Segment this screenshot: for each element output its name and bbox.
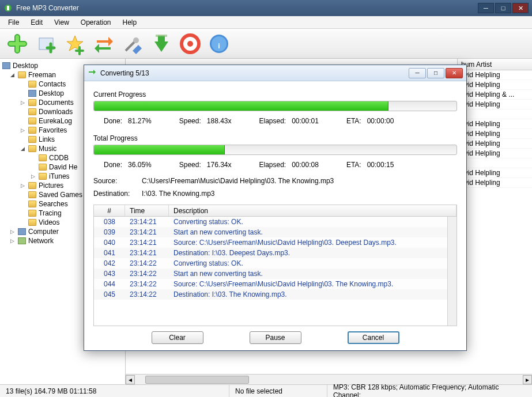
total-progress-label: Total Progress [93,134,457,142]
log-col-num[interactable]: # [94,205,125,216]
folder-icon [28,118,36,124]
app-icon [3,3,13,13]
horizontal-scrollbar[interactable]: ◂ ▸ [126,374,532,384]
scroll-right-icon[interactable]: ▸ [523,375,532,384]
svg-rect-1 [7,6,9,10]
folder-icon [28,108,36,115]
list-item[interactable]: avid Helpling & ... [457,90,532,100]
list-item[interactable]: avid Helpling [457,168,532,178]
convert-button[interactable] [91,31,116,56]
dialog-titlebar[interactable]: Converting 5/13 ─ □ ✕ [84,65,466,81]
folder-icon [28,201,36,207]
collapse-icon[interactable]: ◢ [10,72,16,78]
close-button[interactable]: ✕ [512,3,529,13]
computer-icon [18,228,26,235]
list-item[interactable]: avid Helpling [457,178,532,188]
convert-icon [88,69,97,78]
status-files: 13 file(s) 164.79 MB 01:11:58 [0,385,229,397]
log-row[interactable]: 03923:14:21Start an new converting task. [94,227,447,237]
collapse-icon[interactable]: ◢ [21,146,26,152]
expand-icon[interactable]: ▷ [10,229,16,235]
status-format: MP3: CBR 128 kbps; Automatic Frequency; … [327,385,532,397]
expand-icon[interactable]: ▷ [21,127,26,133]
network-icon [18,237,26,244]
clear-button[interactable]: Clear [152,331,203,344]
folder-icon [39,164,47,171]
converting-dialog: Converting 5/13 ─ □ ✕ Current Progress D… [84,65,467,351]
add-folder-button[interactable] [33,31,59,56]
maximize-button[interactable]: □ [495,3,511,13]
dialog-title: Converting 5/13 [100,69,409,77]
pause-button[interactable]: Pause [250,331,301,344]
scroll-thumb[interactable] [145,376,249,384]
desktop-icon [2,62,10,69]
list-body: avid Helpling avid Helpling avid Helplin… [457,70,532,188]
svg-text:i: i [218,42,220,50]
dialog-minimize-button[interactable]: ─ [409,68,426,78]
list-item[interactable] [457,109,532,119]
folder-icon [28,210,36,217]
total-stats: Done:36.05% Speed:176.34x Elapsed:00:00:… [93,160,457,175]
log-row[interactable]: 04223:14:22Converting status: OK. [94,258,447,269]
svg-rect-5 [156,35,167,37]
titlebar: Free MP3 Converter ─ □ ✕ [0,0,532,16]
log-body[interactable]: 03823:14:21Converting status: OK.03923:1… [94,217,447,326]
log-row[interactable]: 04123:14:21Destination: I:\03. Deepest D… [94,248,447,258]
log-row[interactable]: 03823:14:21Converting status: OK. [94,217,447,227]
current-progress-bar [93,101,457,111]
list-item[interactable]: avid Helpling [457,119,532,129]
file-menu[interactable]: File [3,17,24,28]
log-row[interactable]: 04323:14:22Start an new converting task. [94,269,447,279]
column-header[interactable]: bum Artist [457,59,532,70]
expand-icon[interactable]: ▷ [31,173,36,179]
minimize-button[interactable]: ─ [478,3,494,13]
expand-icon[interactable]: ▷ [21,100,26,105]
log-row[interactable]: 04423:14:22Source: C:\Users\Freeman\Musi… [94,279,447,289]
dialog-maximize-button[interactable]: □ [427,68,444,78]
help-button[interactable] [178,31,203,56]
log-col-desc[interactable]: Description [169,205,456,216]
view-menu[interactable]: View [50,17,74,28]
log-row[interactable]: 04023:14:21Source: C:\Users\Freeman\Musi… [94,237,447,248]
folder-icon [28,99,36,106]
window-title: Free MP3 Converter [16,4,478,12]
about-button[interactable]: i [206,31,232,56]
list-item[interactable]: avid Helpling [457,100,532,109]
expand-icon[interactable]: ▷ [10,238,16,244]
destination-row: Destination:I:\03. The Knowing.mp3 [93,187,457,200]
svg-point-7 [187,41,193,47]
current-stats: Done:81.27% Speed:188.43x Elapsed:00:00:… [93,116,457,131]
favorites-button[interactable] [62,31,88,56]
list-item[interactable]: avid Helpling [457,149,532,158]
list-item[interactable]: avid Helpling [457,139,532,149]
menubar: File Edit View Operation Help [0,16,532,29]
help-menu[interactable]: Help [118,17,142,28]
log-col-time[interactable]: Time [125,205,169,216]
log-scrollbar[interactable] [447,217,456,326]
scroll-left-icon[interactable]: ◂ [126,375,135,384]
desktop-icon [28,90,36,97]
total-progress-bar [93,145,457,155]
folder-icon [28,182,36,189]
cancel-button[interactable]: Cancel [348,331,399,344]
list-item[interactable]: avid Helpling [457,80,532,90]
edit-menu[interactable]: Edit [26,17,47,28]
folder-icon [28,219,36,226]
statusbar: 13 file(s) 164.79 MB 01:11:58 No file se… [0,384,532,397]
folder-icon [39,154,47,161]
current-progress-label: Current Progress [93,90,457,99]
list-item[interactable]: avid Helpling [457,70,532,80]
settings-button[interactable] [120,31,145,56]
dialog-close-button[interactable]: ✕ [446,68,463,78]
add-files-button[interactable] [5,31,30,56]
log-row[interactable]: 04523:14:22Destination: I:\03. The Knowi… [94,289,447,300]
log-header: # Time Description [94,205,456,217]
operation-menu[interactable]: Operation [76,17,116,28]
log-panel: # Time Description 03823:14:21Converting… [93,205,457,326]
list-item[interactable]: avid Helpling [457,129,532,139]
folder-icon [18,71,26,78]
list-item[interactable] [457,158,532,168]
download-button[interactable] [149,31,174,56]
folder-icon [28,136,36,143]
expand-icon[interactable]: ▷ [21,183,26,188]
